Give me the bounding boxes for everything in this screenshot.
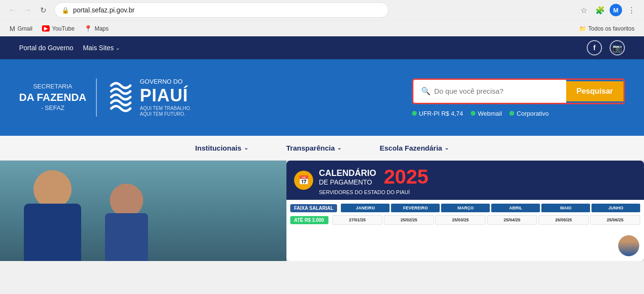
calendar-header: 📅 CALENDÁRIO DE PAGAMENTO 2025 SERVIDORE… [286, 161, 644, 200]
gmail-icon: M [10, 25, 15, 33]
bookmark-youtube[interactable]: ▶ YouTube [38, 24, 78, 33]
calendar-title-block: CALENDÁRIO DE PAGAMENTO 2025 SERVIDORES … [319, 165, 636, 195]
quick-link-webmail[interactable]: Webmail [471, 110, 502, 117]
governo-do: GOVERNO DO [140, 78, 191, 86]
date-cell: 25/03/25 [435, 215, 486, 225]
month-cell: FEVEREIRO [391, 204, 440, 212]
search-section: 🔍 Pesquisar ◀ UFR-PI R$ 4,74 Webmail [412, 78, 625, 117]
bookmark-maps[interactable]: 📍 Maps [80, 23, 112, 34]
piaui: PIAUÍ [140, 85, 191, 106]
social-links: f 📷 [587, 40, 625, 55]
nav-escola-fazendaria[interactable]: Escola Fazendária ⌄ [375, 144, 454, 152]
search-button[interactable]: Pesquisar [566, 81, 623, 101]
nav-transparencia[interactable]: Transparência ⌄ [282, 144, 347, 152]
favorites-label: Todos os favoritos [588, 25, 634, 32]
browser-actions: ☆ 🧩 M ⋮ [577, 3, 638, 17]
date-cell: 26/05/25 [538, 215, 589, 225]
logo-divider [96, 78, 97, 117]
address-bar[interactable]: 🔒 portal.sefaz.pi.gov.br [54, 2, 389, 18]
webmail-label: Webmail [478, 110, 502, 117]
quick-link-ufr[interactable]: UFR-PI R$ 4,74 [412, 110, 463, 117]
search-input[interactable] [434, 87, 559, 95]
maps-label: Maps [95, 25, 108, 32]
calendar-emoji: 📅 [298, 175, 309, 185]
month-cell: MARÇO [441, 204, 490, 212]
transparencia-label: Transparência [286, 144, 335, 152]
mais-sites-link[interactable]: Mais Sites ⌄ [83, 44, 120, 52]
nav-institucionais[interactable]: Institucionais ⌄ [190, 144, 253, 152]
bookmarks-bar: M Gmail ▶ YouTube 📍 Maps 📁 Todos os favo… [0, 20, 644, 36]
month-cell: JANEIRO [341, 204, 390, 212]
browser-toolbar: ← → ↻ 🔒 portal.sefaz.pi.gov.br ☆ 🧩 M ⋮ [0, 0, 644, 20]
aqui-trabalho: AQUI TEM TRABALHO. [140, 106, 191, 111]
wave-logo-svg [106, 76, 135, 119]
instagram-symbol: 📷 [612, 44, 622, 53]
main-navigation: Institucionais ⌄ Transparência ⌄ Escola … [0, 136, 644, 161]
aqui-futuro: AQUI TEM FUTURO. [140, 111, 191, 117]
mais-sites-label: Mais Sites [83, 44, 114, 52]
search-button-label: Pesquisar [577, 87, 613, 95]
facebook-icon[interactable]: f [587, 40, 602, 55]
month-cell: ABRIL [491, 204, 540, 212]
date-cell: 25/04/25 [487, 215, 537, 225]
institucionais-chevron: ⌄ [244, 145, 248, 151]
calendar-title-row: CALENDÁRIO DE PAGAMENTO 2025 [319, 165, 636, 188]
search-input-container: 🔍 [413, 80, 566, 103]
extensions-button[interactable]: 🧩 [593, 3, 607, 17]
escola-chevron: ⌄ [444, 145, 449, 151]
favorites-button[interactable]: 📁 Todos os favoritos [575, 24, 638, 33]
avatar-bg [618, 235, 639, 256]
quick-link-corporativo[interactable]: Corporativo [509, 110, 549, 117]
people-photo [0, 161, 286, 261]
secretaria-da: SECRETARIA [19, 83, 86, 91]
secretaria-sefaz: - SEFAZ [19, 104, 86, 112]
profile-avatar[interactable]: M [610, 4, 622, 16]
person-avatar [617, 234, 640, 257]
right-content: 📅 CALENDÁRIO DE PAGAMENTO 2025 SERVIDORE… [286, 161, 644, 261]
portal-governo-link[interactable]: Portal do Governo [19, 44, 74, 52]
quick-links: UFR-PI R$ 4,74 Webmail Corporativo [412, 110, 549, 117]
month-cell: MAIO [541, 204, 590, 212]
calendar-grid: FAIXA SALARIAL JANEIROFEVEREIROMARÇOABRI… [286, 200, 644, 229]
bookmark-button[interactable]: ☆ [577, 3, 591, 17]
date-cell: 25/02/25 [384, 215, 434, 225]
lock-icon: 🔒 [62, 7, 69, 14]
months-header: JANEIROFEVEREIROMARÇOABRILMAIOJUNHO [341, 204, 640, 212]
calendar-card: 📅 CALENDÁRIO DE PAGAMENTO 2025 SERVIDORE… [286, 161, 644, 261]
gmail-label: Gmail [18, 25, 32, 32]
mais-sites-chevron: ⌄ [116, 45, 120, 51]
secretaria-text: SECRETARIA DA FAZENDA - SEFAZ [19, 83, 86, 112]
dates-cells: 27/01/2525/02/2525/03/2525/04/2526/05/25… [332, 215, 640, 225]
person-left [24, 170, 81, 261]
bookmarks-icon: 📁 [579, 25, 586, 32]
date-cell: 27/01/25 [332, 215, 382, 225]
corporativo-dot [509, 111, 514, 116]
instagram-icon[interactable]: 📷 [610, 40, 625, 55]
top-nav-links: Portal do Governo Mais Sites ⌄ [19, 44, 120, 52]
transparencia-chevron: ⌄ [337, 145, 341, 151]
facebook-letter: f [593, 44, 596, 52]
search-magnify-icon: 🔍 [421, 87, 431, 96]
top-navigation: Portal do Governo Mais Sites ⌄ f 📷 [0, 36, 644, 59]
institucionais-label: Institucionais [195, 144, 242, 152]
webmail-dot [471, 111, 475, 116]
portal-governo-label: Portal do Governo [19, 44, 74, 52]
browser-chrome: ← → ↻ 🔒 portal.sefaz.pi.gov.br ☆ 🧩 M ⋮ M… [0, 0, 644, 36]
calendar-description: SERVIDORES DO ESTADO DO PIAUÍ [319, 189, 636, 195]
back-button[interactable]: ← [6, 3, 19, 17]
menu-button[interactable]: ⋮ [625, 3, 638, 17]
forward-button[interactable]: → [21, 3, 34, 17]
dates-row: ATÉ R$ 3.000 27/01/2525/02/2525/03/2525/… [290, 215, 640, 225]
salary-row: FAIXA SALARIAL JANEIROFEVEREIROMARÇOABRI… [290, 204, 640, 212]
search-box-wrapper: 🔍 Pesquisar ◀ [412, 78, 625, 104]
salary-label: FAIXA SALARIAL [290, 204, 337, 212]
de-pagamento-label: DE PAGAMENTO [319, 178, 376, 186]
reload-button[interactable]: ↻ [36, 3, 50, 17]
person-right [105, 184, 148, 261]
bookmark-gmail[interactable]: M Gmail [6, 23, 36, 34]
governo-text: GOVERNO DO PIAUÍ AQUI TEM TRABALHO. AQUI… [140, 78, 191, 118]
calendar-main-title: CALENDÁRIO DE PAGAMENTO [319, 168, 376, 186]
content-area: 📅 CALENDÁRIO DE PAGAMENTO 2025 SERVIDORE… [0, 161, 644, 261]
date-cell: 25/06/25 [590, 215, 640, 225]
corporativo-label: Corporativo [517, 110, 549, 117]
